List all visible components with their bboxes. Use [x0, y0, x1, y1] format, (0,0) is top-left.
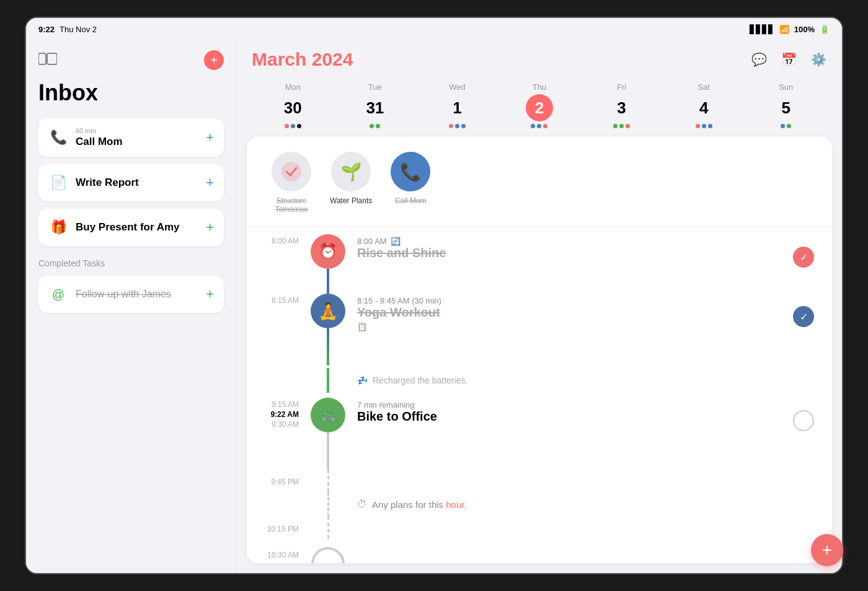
status-bar: 9:22 Thu Nov 2 ▋▋▋▋ 📶 100% 🔋 — [26, 18, 842, 40]
note-row-yoga: 💤 Recharged the batteries. — [257, 368, 822, 393]
fab-add-button[interactable]: + — [811, 534, 842, 566]
chip-icon-plant: 🌱 — [331, 152, 371, 191]
timeline-col-plans — [306, 492, 350, 517]
day-name-fri: Fri — [617, 82, 626, 92]
calendar-view-icon[interactable]: 📅 — [780, 51, 797, 68]
completed-card-james[interactable]: @ Follow-up with James + — [38, 276, 224, 313]
chat-icon[interactable]: 💬 — [750, 51, 768, 68]
check-col-bike — [785, 398, 822, 431]
time-row-1030: 10:30 AM — [257, 539, 822, 563]
time-label-1030: 10:30 AM — [257, 548, 306, 559]
status-date: Thu Nov 2 — [60, 25, 97, 34]
plans-row: ⏱ Any plans for this hour. — [257, 492, 822, 517]
chip-label-structure: StructureTomorrow — [275, 196, 308, 214]
timeline-col-1030 — [306, 545, 350, 564]
day-number-tue: 31 — [361, 94, 389, 121]
month-name: March — [252, 49, 306, 69]
time-label-930: 9:30 AM — [272, 420, 299, 429]
right-panel: March 2024 💬 📅 ⚙️ Mon 30 — [237, 40, 842, 573]
day-col-wed[interactable]: Wed 1 — [416, 80, 498, 131]
day-name-wed: Wed — [449, 82, 466, 92]
day-dots-sun — [781, 124, 791, 128]
day-col-sun[interactable]: Sun 5 — [745, 80, 827, 131]
settings-icon[interactable]: ⚙️ — [810, 51, 827, 68]
panel-toggle-icon[interactable] — [38, 51, 57, 69]
check-circle-bike[interactable] — [793, 410, 814, 431]
event-name-rise: Rise and Shine — [357, 246, 777, 260]
plans-hour: hour — [446, 499, 464, 510]
battery-icon: 🔋 — [820, 25, 830, 34]
day-number-fri: 3 — [608, 94, 636, 121]
event-icon-yoga: 🧘 — [311, 294, 345, 328]
task-add-buy-present[interactable]: + — [206, 219, 214, 235]
task-name-buy-present: Buy Present for Amy — [76, 221, 198, 234]
event-sub-yoga: 📋 — [357, 322, 777, 331]
chip-icon-check — [272, 152, 311, 191]
clock-icon: ⏱ — [357, 499, 367, 510]
day-col-sat[interactable]: Sat 4 — [663, 80, 745, 131]
day-name-sat: Sat — [698, 82, 710, 92]
check-circle-rise[interactable]: ✓ — [793, 247, 814, 268]
wifi-icon: 📶 — [779, 25, 789, 34]
task-card-call-mom[interactable]: 📞 60 min Call Mom + — [38, 118, 224, 157]
event-note-recharged: 💤 Recharged the batteries. — [350, 370, 785, 390]
event-name-bike: Bike to Office — [357, 409, 777, 424]
task-duration-call-mom: 60 min — [76, 127, 198, 134]
time-label-col-bike: 9:15 AM 9:22 AM 9:30 AM — [257, 398, 306, 429]
event-row-rise-shine: 8:00 AM ⏰ 8:00 AM 🔄 Rise and Shine — [257, 227, 822, 294]
day-number-mon: 30 — [279, 94, 306, 121]
time-label-815am: 8:15 AM — [257, 294, 306, 305]
chip-icon-phone: 📞 — [391, 152, 430, 191]
day-dots-fri — [613, 124, 630, 128]
sleep-icon: 💤 — [357, 375, 368, 385]
task-icon-phone: 📞 — [48, 128, 68, 147]
check-col-yoga: ✓ — [785, 294, 822, 327]
day-number-sat: 4 — [690, 94, 717, 121]
battery-label: 100% — [794, 25, 815, 34]
event-row-yoga: 8:15 AM 🧘 8:15 - 8:45 AM (30 min) Yoga W… — [257, 294, 822, 368]
day-col-thu[interactable]: Thu 2 — [498, 80, 581, 131]
event-content-bike: 7 min remaining Bike to Office — [350, 398, 785, 426]
calendar-icons: 💬 📅 ⚙️ — [750, 51, 827, 68]
completed-add-james[interactable]: + — [206, 286, 214, 302]
calendar-month-row: March 2024 💬 📅 ⚙️ — [252, 49, 827, 70]
task-add-write-report[interactable]: + — [206, 175, 214, 191]
day-dots-wed — [449, 124, 466, 128]
chip-water-plants[interactable]: 🌱 Water Plants — [330, 152, 372, 214]
timeline-col-bike: 🚲 — [306, 398, 350, 470]
task-card-write-report[interactable]: 📄 Write Report + — [38, 164, 224, 201]
inbox-title: Inbox — [38, 80, 224, 106]
check-circle-yoga[interactable]: ✓ — [793, 306, 814, 327]
timeline-col-rise: ⏰ — [306, 234, 350, 294]
event-time-rise: 8:00 AM 🔄 — [357, 237, 777, 246]
task-card-buy-present[interactable]: 🎁 Buy Present for Amy + — [38, 209, 224, 246]
status-time: 9:22 — [38, 25, 55, 34]
day-dots-mon — [285, 124, 301, 128]
day-dots-thu — [531, 124, 547, 128]
time-label-945: 9:45 PM — [257, 475, 306, 486]
month-year: 2024 — [312, 49, 353, 69]
task-add-call-mom[interactable]: + — [206, 129, 214, 146]
plans-text: Any plans for this hour. — [372, 499, 467, 510]
svg-rect-0 — [38, 53, 46, 64]
event-content-rise: 8:00 AM 🔄 Rise and Shine — [350, 234, 785, 263]
day-col-mon[interactable]: Mon 30 — [252, 80, 334, 131]
timeline: 8:00 AM ⏰ 8:00 AM 🔄 Rise and Shine — [247, 227, 832, 563]
day-col-tue[interactable]: Tue 31 — [334, 80, 417, 131]
task-name-call-mom: Call Mom — [76, 136, 198, 148]
timeline-col-yoga: 🧘 — [306, 294, 350, 366]
calendar-header: March 2024 💬 📅 ⚙️ Mon 30 — [237, 40, 842, 137]
timeline-col-1015 — [306, 517, 350, 539]
days-row: Mon 30 Tue 31 — [252, 80, 827, 131]
chip-structure-tomorrow[interactable]: StructureTomorrow — [272, 152, 311, 214]
sidebar: + Inbox 📞 60 min Call Mom + 📄 Write Repo… — [26, 40, 237, 573]
day-col-fri[interactable]: Fri 3 — [580, 80, 663, 131]
add-inbox-button[interactable]: + — [204, 50, 224, 70]
day-name-tue: Tue — [368, 82, 382, 92]
task-content-call-mom: 60 min Call Mom — [76, 127, 198, 148]
chip-call-mum[interactable]: 📞 Call Mum — [391, 152, 430, 214]
event-time-bike: 7 min remaining — [357, 400, 777, 409]
completed-section-title: Completed Tasks — [38, 258, 224, 268]
day-dots-tue — [370, 124, 380, 128]
event-row-bike: 9:15 AM 9:22 AM 9:30 AM 🚲 7 min remainin… — [257, 393, 822, 470]
